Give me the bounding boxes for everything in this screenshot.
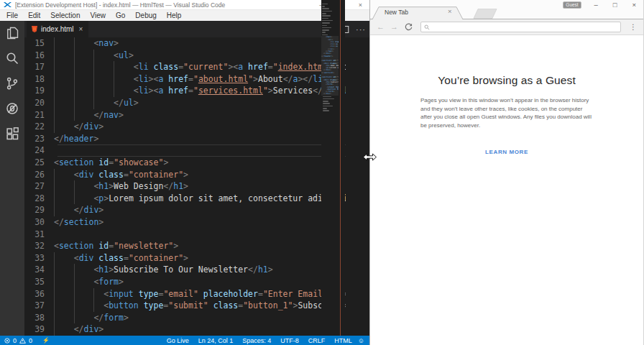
resize-cursor bbox=[363, 153, 377, 161]
current-line-highlight bbox=[58, 144, 346, 157]
code-line-22[interactable]: 22</div> bbox=[24, 121, 346, 133]
back-icon[interactable]: ← bbox=[374, 23, 387, 31]
html5-icon bbox=[32, 26, 37, 32]
code-line-20[interactable]: 20</ul> bbox=[24, 97, 346, 109]
bolt-icon[interactable]: ⚡ bbox=[42, 337, 50, 344]
tab-index-html[interactable]: index.html × bbox=[27, 21, 88, 37]
minimap[interactable]: <nav><ul><li class="current"><a href="in… bbox=[321, 0, 339, 345]
explorer-icon[interactable] bbox=[4, 26, 20, 51]
feedback-smiley-icon[interactable]: ☺ bbox=[358, 337, 369, 344]
code-line-26[interactable]: 26<div class="container"> bbox=[24, 169, 346, 181]
vscode-close-button[interactable]: × bbox=[359, 1, 362, 9]
forward-icon[interactable]: → bbox=[387, 23, 401, 31]
overview-ruler[interactable] bbox=[339, 0, 345, 345]
warning-count[interactable]: 0 bbox=[29, 337, 32, 344]
browser-tab-title: New Tab bbox=[385, 9, 408, 16]
debug-icon[interactable] bbox=[4, 101, 20, 126]
code-line-36[interactable]: 36<input type="email" placeholder="Enter… bbox=[24, 288, 346, 300]
new-tab-button[interactable] bbox=[471, 9, 500, 19]
code-area[interactable]: 15<nav>16<ul>17<li class="current"><a hr… bbox=[24, 37, 369, 336]
browser-window: New Tab × Guest – □ × ← → ⋮ You’re brows… bbox=[369, 0, 644, 345]
menu-go[interactable]: Go bbox=[111, 12, 130, 19]
code-line-32[interactable]: 32<section id="newsletter"> bbox=[24, 240, 346, 252]
menu-help[interactable]: Help bbox=[162, 12, 187, 19]
vscode-window: [Extension Development Host] - index.htm… bbox=[0, 0, 369, 345]
code-line-34[interactable]: 34<h1>Subscribe To Our Newsletter</h1> bbox=[24, 264, 346, 276]
warnings-icon bbox=[19, 338, 26, 344]
guest-body-text: Pages you view in this window won’t appe… bbox=[420, 96, 593, 130]
menu-file[interactable]: File bbox=[1, 12, 23, 19]
guest-profile-badge[interactable]: Guest bbox=[563, 1, 581, 9]
status-item-spaces-4[interactable]: Spaces: 4 bbox=[242, 337, 271, 344]
menu-selection[interactable]: Selection bbox=[45, 12, 85, 19]
minimap-slider[interactable] bbox=[321, 36, 339, 96]
vscode-titlebar: [Extension Development Host] - index.htm… bbox=[0, 0, 369, 10]
browser-tab-close-icon[interactable]: × bbox=[448, 7, 452, 15]
code-line-21[interactable]: 21</nav> bbox=[24, 109, 346, 121]
learn-more-link[interactable]: LEARN MORE bbox=[485, 149, 528, 155]
address-bar[interactable] bbox=[420, 22, 621, 32]
extensions-icon[interactable] bbox=[4, 126, 20, 152]
status-item-crlf[interactable]: CRLF bbox=[308, 337, 326, 344]
code-line-30[interactable]: 30</section> bbox=[24, 216, 346, 229]
errors-icon bbox=[4, 338, 10, 344]
reload-icon[interactable] bbox=[404, 22, 413, 32]
status-item-ln-24-col-1[interactable]: Ln 24, Col 1 bbox=[198, 337, 234, 344]
status-item-html[interactable]: HTML bbox=[334, 337, 352, 344]
status-bar-right: Go LiveLn 24, Col 1Spaces: 4UTF-8CRLFHTM… bbox=[167, 337, 358, 344]
status-item-utf-8[interactable]: UTF-8 bbox=[280, 337, 299, 344]
code-line-19[interactable]: 19<li><a href="services.html">Services</… bbox=[24, 85, 346, 97]
more-actions-icon[interactable]: ··· bbox=[356, 25, 366, 34]
browser-menu-icon[interactable]: ⋮ bbox=[630, 23, 643, 31]
tab-close-icon[interactable]: × bbox=[79, 25, 83, 33]
menu-view[interactable]: View bbox=[86, 12, 111, 19]
browser-close-button[interactable]: × bbox=[632, 1, 636, 9]
search-icon[interactable] bbox=[4, 51, 20, 76]
guest-page: You’re browsing as a Guest Pages you vie… bbox=[370, 35, 643, 345]
menu-bar: FileEditSelectionViewGoDebugHelp bbox=[0, 10, 369, 21]
menu-debug[interactable]: Debug bbox=[130, 12, 161, 19]
menu-edit[interactable]: Edit bbox=[23, 12, 45, 19]
code-line-37[interactable]: 37<button type="submit" class="button_1"… bbox=[24, 300, 346, 312]
browser-toolbar: ← → ⋮ bbox=[370, 19, 643, 35]
tab-label: index.html bbox=[41, 25, 74, 33]
omnibox-search-icon bbox=[424, 24, 430, 30]
code-line-28[interactable]: 28<p>Lorem ipsum dolor sit amet, consect… bbox=[24, 193, 346, 205]
code-line-33[interactable]: 33<div class="container"> bbox=[24, 252, 346, 264]
code-line-16[interactable]: 16<ul> bbox=[24, 50, 346, 62]
guest-heading: You’re browsing as a Guest bbox=[370, 74, 643, 87]
vscode-logo-icon bbox=[4, 1, 12, 9]
code-line-27[interactable]: 27<h1>Web Design</h1> bbox=[24, 180, 346, 193]
code-line-25[interactable]: 25<section id="showcase"> bbox=[24, 157, 346, 169]
code-line-15[interactable]: 15<nav> bbox=[24, 37, 346, 50]
browser-maximize-button[interactable]: □ bbox=[613, 1, 617, 9]
code-line-38[interactable]: 38</form> bbox=[24, 312, 346, 324]
code-line-17[interactable]: 17<li class="current"><a href="index.htm… bbox=[24, 61, 346, 73]
activity-bar bbox=[0, 21, 24, 336]
window-title: [Extension Development Host] - index.htm… bbox=[15, 1, 319, 9]
code-line-23[interactable]: 23</header> bbox=[24, 133, 346, 145]
source-control-icon[interactable] bbox=[4, 76, 20, 101]
error-count[interactable]: 0 bbox=[13, 337, 17, 344]
code-line-35[interactable]: 35<form> bbox=[24, 276, 346, 288]
status-bar: 0 0 ⚡ Go LiveLn 24, Col 1Spaces: 4UTF-8C… bbox=[0, 336, 369, 345]
code-line-18[interactable]: 18<li><a href="about.html">About</a></li… bbox=[24, 73, 346, 86]
code-line-39[interactable]: 39</div> bbox=[24, 323, 346, 336]
status-item-go-live[interactable]: Go Live bbox=[167, 337, 189, 344]
browser-minimize-button[interactable]: – bbox=[594, 1, 597, 9]
code-line-31[interactable]: 31 bbox=[24, 229, 346, 241]
code-line-29[interactable]: 29</div> bbox=[24, 204, 346, 216]
browser-titlebar: New Tab × Guest – □ × bbox=[370, 0, 643, 19]
editor-tab-strip: index.html × ··· bbox=[24, 21, 369, 37]
